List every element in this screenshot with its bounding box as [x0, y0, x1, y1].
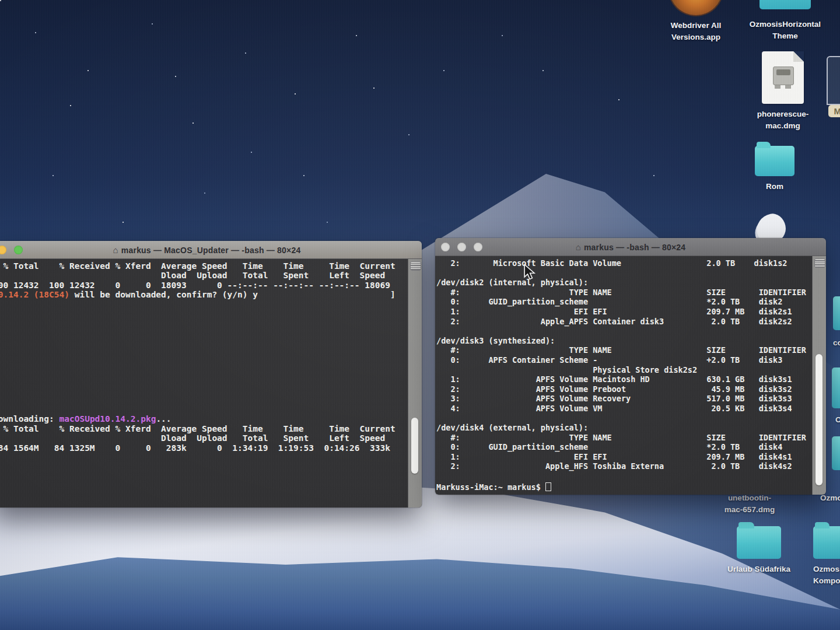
- window-title: ⌂markus — -bash — 80×24: [435, 242, 826, 252]
- terminal-line: 1: EFI EFI 209.7 MB disk2s1: [436, 307, 812, 317]
- desktop-icon-rom-folder[interactable]: Rom: [746, 146, 804, 192]
- terminal-line: Physical Store disk2s2: [436, 365, 812, 375]
- terminal-line: [0, 405, 408, 414]
- terminal-line: 2: Apple_APFS Container disk3 2.0 TB dis…: [436, 317, 812, 327]
- desktop-icon-ozmos-komponenten[interactable]: Ozmos Kompone: [813, 526, 840, 586]
- icon-label: Ozmos Kompone: [813, 564, 840, 586]
- icon-label: unetbootin- mac-657.dmg: [724, 492, 775, 515]
- scrollbar-thumb[interactable]: [816, 354, 822, 485]
- icon-label: Urlaub Südafrika: [727, 564, 790, 575]
- window-controls: [441, 243, 482, 251]
- terminal-line: % Total % Received % Xferd Average Speed…: [0, 261, 408, 271]
- terminal-line: 0: GUID_partition_scheme *2.0 TB disk4: [436, 442, 812, 452]
- titlebar[interactable]: ⌂markus — MacOS_Updater — -bash — 80×24: [0, 241, 422, 259]
- terminal-line: [436, 414, 812, 424]
- desktop-icon-edge-o-partial[interactable]: O: [835, 415, 840, 424]
- terminal-line: 100 12432 100 12432 0 0 18093 0 --:--:--…: [0, 281, 408, 290]
- terminal-line: 4: APFS Volume VM 20.5 KB disk3s4: [436, 404, 812, 414]
- terminal-line: #: TYPE NAME SIZE IDENTIFIER: [436, 345, 812, 355]
- terminal-line: 2: Apple_HFS Toshiba Externa 2.0 TB disk…: [436, 461, 812, 471]
- desktop-icon-ozmo-partial[interactable]: Ozmo: [820, 494, 840, 502]
- desktop-screen: Webdriver All Versions.app OzmosisHorizo…: [0, 0, 840, 630]
- terminal-window-updater: ⌂markus — MacOS_Updater — -bash — 80×24 …: [0, 241, 422, 508]
- close-button[interactable]: [441, 243, 450, 251]
- drive-glyph-icon: [773, 66, 794, 85]
- desktop-icon-edge-folder-3[interactable]: [832, 436, 840, 470]
- terminal-line: [0, 348, 408, 357]
- app-circle-icon: [669, 0, 723, 15]
- terminal-line: 2: Microsoft Basic Data Volume 2.0 TB di…: [436, 258, 812, 268]
- icon-label: phonerescue- mac.dmg: [757, 108, 809, 131]
- terminal-line: Markuss-iMac:~ markus$: [436, 481, 812, 492]
- terminal-line: 1: EFI EFI 209.7 MB disk4s1: [436, 452, 812, 462]
- terminal-line: 3: APFS Volume Recovery 517.0 MB disk3s3: [436, 394, 812, 404]
- home-proxy-icon: ⌂: [113, 245, 118, 255]
- window-controls: [0, 246, 23, 254]
- terminal-line: #: TYPE NAME SIZE IDENTIFIER: [436, 288, 812, 298]
- folder-icon: [755, 146, 794, 176]
- terminal-line: [0, 376, 408, 386]
- terminal-line: [436, 268, 812, 278]
- scrollback-grid-icon[interactable]: [814, 258, 825, 268]
- terminal-line: [0, 309, 408, 318]
- terminal-line: 10.14.2 (18C54) will be downloaded, conf…: [0, 290, 408, 299]
- terminal-line: [0, 328, 408, 338]
- home-proxy-icon: ⌂: [576, 242, 581, 252]
- scrollback-grid-icon[interactable]: [410, 261, 421, 271]
- zoom-button[interactable]: [474, 243, 482, 251]
- terminal-content[interactable]: % Total % Received % Xferd Average Speed…: [0, 259, 422, 508]
- terminal-line: [0, 396, 408, 405]
- desktop-icon-edge-co-partial[interactable]: co: [833, 338, 840, 347]
- terminal-line: [0, 386, 408, 395]
- minimize-button[interactable]: [0, 246, 6, 254]
- terminal-line: #: TYPE NAME SIZE IDENTIFIER: [436, 433, 812, 443]
- terminal-cursor: [545, 482, 551, 491]
- terminal-line: [436, 471, 812, 481]
- terminal-line: /dev/disk4 (external, physical):: [436, 423, 812, 433]
- mouse-cursor: [523, 264, 536, 282]
- scrollbar[interactable]: [812, 256, 826, 495]
- terminal-content[interactable]: 2: Microsoft Basic Data Volume 2.0 TB di…: [435, 256, 826, 495]
- icon-label: Mac: [828, 105, 840, 117]
- minimize-button[interactable]: [457, 243, 466, 251]
- icon-label: OzmosisHorizontal Theme: [750, 19, 821, 41]
- terminal-line: [0, 366, 408, 376]
- desktop-icon-mac-partial[interactable]: Mac: [825, 56, 840, 117]
- terminal-line: 0: GUID_partition_scheme *2.0 TB disk2: [436, 297, 812, 307]
- terminal-line: [0, 357, 408, 366]
- terminal-line: 0: APFS Container Scheme - +2.0 TB disk3: [436, 355, 812, 365]
- terminal-line: % Total % Received % Xferd Average Speed…: [0, 424, 408, 433]
- zoom-button[interactable]: [14, 246, 23, 254]
- terminal-output: % Total % Received % Xferd Average Speed…: [0, 261, 408, 508]
- terminal-line: [436, 326, 812, 336]
- disk-image-icon: [762, 51, 804, 104]
- window-title: ⌂markus — MacOS_Updater — -bash — 80×24: [0, 245, 422, 255]
- desktop-icon-edge-folder-2[interactable]: [832, 368, 840, 408]
- terminal-line: [0, 318, 408, 328]
- titlebar[interactable]: ⌂markus — -bash — 80×24: [435, 238, 826, 256]
- terminal-window-bash: ⌂markus — -bash — 80×24 2: Microsoft Bas…: [435, 238, 826, 495]
- terminal-line: /dev/disk2 (internal, physical):: [436, 278, 812, 288]
- folder-icon: [737, 526, 781, 559]
- clipped-file-icon: [827, 56, 840, 105]
- terminal-line: [0, 338, 408, 347]
- terminal-line: [0, 300, 408, 309]
- terminal-line: /dev/disk3 (synthesized):: [436, 336, 812, 346]
- terminal-line: Dload Upload Total Spent Left Speed: [0, 271, 408, 280]
- icon-label: Webdriver All Versions.app: [671, 20, 721, 43]
- terminal-line: 2: APFS Volume Preboot 45.9 MB disk3s2: [436, 384, 812, 394]
- terminal-output: 2: Microsoft Basic Data Volume 2.0 TB di…: [436, 258, 812, 495]
- wallpaper-stars: [0, 0, 1, 1]
- page-fold: [793, 51, 804, 62]
- desktop-icon-phonerescue-dmg[interactable]: phonerescue- mac.dmg: [744, 51, 821, 131]
- scrollbar-thumb[interactable]: [411, 418, 418, 474]
- terminal-line: 84 1564M 84 1325M 0 0 283k 0 1:34:19 1:1…: [0, 443, 408, 453]
- desktop-icon-urlaub-folder[interactable]: Urlaub Südafrika: [724, 526, 793, 575]
- terminal-line: 1: APFS Volume Macintosh HD 630.1 GB dis…: [436, 374, 812, 384]
- scrollbar[interactable]: [408, 259, 422, 508]
- icon-label: Rom: [766, 181, 783, 192]
- folder-icon: [813, 526, 840, 559]
- desktop-icon-webdriver-app[interactable]: Webdriver All Versions.app: [657, 0, 735, 43]
- desktop-icon-ozmosis-theme[interactable]: OzmosisHorizontal Theme: [746, 0, 825, 41]
- desktop-icon-edge-folder-1[interactable]: [833, 296, 840, 330]
